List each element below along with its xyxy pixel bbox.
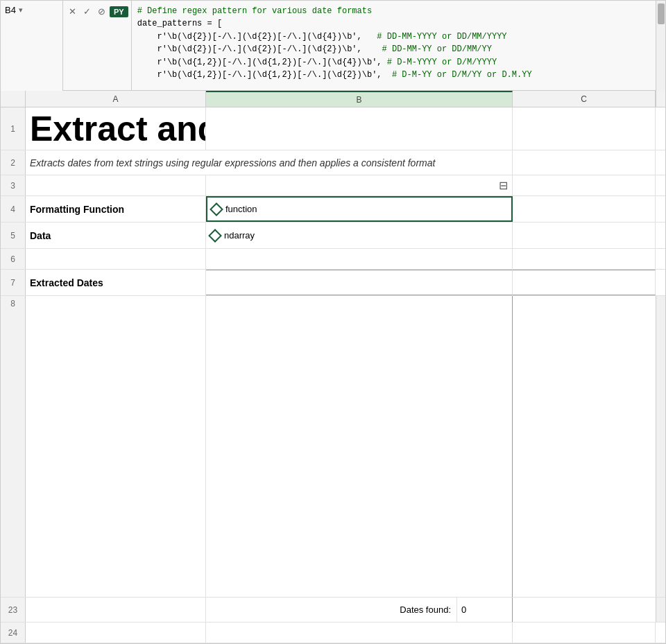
dates-found-value: 0 — [461, 604, 466, 615]
col-header-a: A — [26, 91, 206, 107]
title-text: Extract and Format Dates — [30, 112, 206, 146]
dates-found-label: Dates found: — [400, 604, 451, 615]
row-num-7: 7 — [1, 270, 26, 295]
row1-scroll — [656, 107, 665, 150]
cell-6a[interactable] — [26, 249, 206, 269]
formula-line-2: date_patterns = [ — [137, 19, 222, 28]
formula-bar: B4 ▾ ✕ ✓ ⊘ PY # Define regex pattern for… — [1, 1, 665, 91]
cell-3b[interactable]: ⊟ — [206, 175, 513, 195]
cell-5b-value: ndarray — [224, 230, 255, 241]
row24-scroll — [656, 623, 665, 643]
cell-24c[interactable] — [513, 623, 656, 643]
cell-7b[interactable] — [206, 270, 513, 295]
row-num-4: 4 — [1, 196, 26, 222]
python-diamond-icon-5b — [208, 229, 222, 243]
cell-3a[interactable] — [26, 175, 206, 195]
cell-ref-text: B4 — [5, 5, 16, 15]
row-num-5: 5 — [1, 223, 26, 248]
cell-23b-value[interactable]: 0 — [457, 598, 513, 622]
cell-23b-label[interactable]: Dates found: — [206, 598, 457, 622]
row-num-3: 3 — [1, 175, 26, 195]
cell-1a[interactable]: Extract and Format Dates — [26, 107, 206, 150]
row-num-2: 2 — [1, 150, 26, 175]
row3-scroll — [656, 175, 665, 195]
row-num-6: 6 — [1, 249, 26, 269]
row-5: 5 Data ndarray — [1, 223, 665, 249]
python-diamond-icon-4b — [210, 202, 223, 216]
col-header-b: B — [206, 91, 513, 107]
python-badge: PY — [110, 6, 128, 17]
cell-3c[interactable] — [513, 175, 656, 195]
row-23: 23 Dates found: 0 — [1, 598, 665, 623]
row-num-23: 23 — [1, 598, 26, 622]
formula-content[interactable]: # Define regex pattern for various date … — [132, 1, 656, 91]
formula-line-3: r'\b(\d{2})[-/\.](\d{2})[-/\.](\d{4})\b'… — [137, 32, 507, 42]
main-scrollbar[interactable] — [656, 296, 665, 597]
cell-24a[interactable] — [26, 623, 206, 643]
subtitle-text: Extracts dates from text strings using r… — [30, 157, 435, 168]
data-rows-container: 8 — [1, 296, 665, 598]
scroll-spacer — [656, 91, 665, 107]
corner-cell — [1, 91, 26, 107]
row-3: 3 ⊟ — [1, 175, 665, 196]
cell-4b[interactable]: function — [206, 196, 513, 222]
cell-24b[interactable] — [206, 623, 513, 643]
clipboard-icon[interactable]: ⊟ — [499, 179, 508, 192]
cell-5b[interactable]: ndarray — [206, 223, 513, 248]
data-label: Data — [30, 230, 51, 241]
row-num-8: 8 — [1, 296, 25, 597]
formatting-function-label: Formatting Function — [30, 204, 124, 215]
cell-4b-value: function — [225, 204, 257, 214]
cell-ref-dropdown[interactable]: ▾ — [19, 6, 23, 15]
cell-5c[interactable] — [513, 223, 656, 248]
cell-6c[interactable] — [513, 249, 656, 269]
row-num-1: 1 — [1, 107, 26, 150]
cell-2a[interactable]: Extracts dates from text strings using r… — [26, 150, 513, 175]
cell-5a[interactable]: Data — [26, 223, 206, 248]
row23-scroll — [656, 598, 665, 622]
cancel-icon[interactable]: ✕ — [66, 5, 79, 18]
row6-scroll — [656, 249, 665, 269]
cell-23a[interactable] — [26, 598, 206, 622]
row-6: 6 — [1, 249, 665, 270]
cell-1b[interactable] — [206, 107, 513, 150]
row-7: 7 Extracted Dates — [1, 270, 665, 296]
formula-icons: ✕ ✓ ⊘ PY — [63, 1, 132, 91]
cell-1c[interactable] — [513, 107, 656, 150]
row-4: 4 Formatting Function function — [1, 196, 665, 223]
formula-scrollbar[interactable] — [656, 1, 665, 91]
cell-23c[interactable] — [513, 598, 656, 622]
row4-scroll — [656, 196, 665, 222]
cell-7c[interactable] — [513, 270, 656, 295]
data-cell-a[interactable] — [26, 296, 206, 597]
row2-scroll — [656, 150, 665, 175]
cell-4a[interactable]: Formatting Function — [26, 196, 206, 222]
cell-7a[interactable]: Extracted Dates — [26, 270, 206, 295]
row5-scroll — [656, 223, 665, 248]
function-icon[interactable]: ⊘ — [95, 5, 108, 18]
cell-reference-box[interactable]: B4 ▾ — [1, 1, 63, 91]
formula-line-6: r'\b(\d{1,2})[-/\.](\d{1,2})[-/\.](\d{2}… — [137, 70, 532, 80]
formula-scroll-thumb[interactable] — [658, 3, 665, 24]
row-num-24: 24 — [1, 623, 26, 643]
formula-line-5: r'\b(\d{1,2})[-/\.](\d{1,2})[-/\.](\d{4}… — [137, 58, 497, 67]
row-2: 2 Extracts dates from text strings using… — [1, 150, 665, 175]
confirm-icon[interactable]: ✓ — [80, 5, 94, 18]
formula-line-4: r'\b(\d{2})[-/\.](\d{2})[-/\.](\d{2})\b'… — [137, 44, 492, 54]
data-cell-b[interactable] — [206, 296, 513, 597]
rows-container: 1 Extract and Format Dates 2 Extracts da… — [1, 107, 665, 643]
grid-area: A B C 1 Extract and Format Dates 2 Ext — [1, 91, 665, 643]
row-1: 1 Extract and Format Dates — [1, 107, 665, 150]
col-header-c: C — [513, 91, 656, 107]
data-cell-c[interactable] — [513, 296, 656, 597]
extracted-dates-label: Extracted Dates — [30, 277, 103, 288]
cell-2c[interactable] — [513, 150, 656, 175]
row-nums-data: 8 — [1, 296, 26, 597]
formula-line-1: # Define regex pattern for various date … — [137, 6, 372, 16]
cell-4c[interactable] — [513, 196, 656, 222]
row7-scroll — [656, 270, 665, 295]
row-24: 24 — [1, 623, 665, 643]
spreadsheet: B4 ▾ ✕ ✓ ⊘ PY # Define regex pattern for… — [0, 0, 666, 644]
cell-6b[interactable] — [206, 249, 513, 269]
column-headers: A B C — [1, 91, 665, 107]
